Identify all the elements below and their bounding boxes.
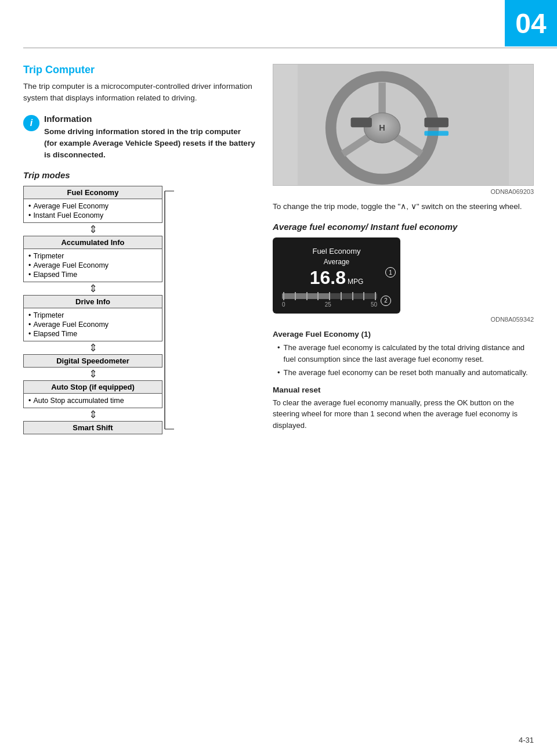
info-box: i Information Some driving information s… — [23, 114, 255, 161]
arrow-connector-3: ⇕ — [23, 341, 162, 354]
mode-box-fuel-economy-header: Fuel Economy — [24, 186, 162, 199]
image2-caption: ODN8A059342 — [273, 316, 534, 323]
trip-modes-title: Trip modes — [23, 170, 255, 180]
list-item: Auto Stop accumulated time — [28, 396, 157, 405]
right-bracket-svg — [164, 186, 176, 434]
section-description: The trip computer is a microcomputer-con… — [23, 81, 255, 105]
list-item: Elapsed Time — [28, 270, 157, 279]
fe-unit: MPG — [348, 278, 363, 286]
mode-box-smart-shift-header: Smart Shift — [24, 422, 162, 434]
mode-box-auto-stop-items: Auto Stop accumulated time — [24, 394, 162, 408]
fe-value: 16.8 — [310, 267, 346, 289]
list-item: Average Fuel Economy — [28, 261, 157, 270]
fe-value-row: 16.8 MPG 1 — [282, 267, 391, 289]
fuel-economy-display: Fuel Economy Average 16.8 MPG 1 — [273, 237, 400, 314]
fe-circle-2: 2 — [381, 296, 391, 306]
list-item: Instant Fuel Economy — [28, 211, 157, 220]
image1-caption: ODN8A069203 — [273, 188, 534, 195]
scale-min: 0 — [282, 301, 285, 308]
mode-box-auto-stop: Auto Stop (if equipped) Auto Stop accumu… — [23, 380, 162, 408]
manual-reset-title: Manual reset — [273, 386, 534, 394]
mode-box-drive-info: Drive Info Tripmeter Average Fuel Econom… — [23, 295, 162, 341]
mode-box-accumulated: Accumulated Info Tripmeter Average Fuel … — [23, 236, 162, 282]
fe-circle-1: 1 — [385, 267, 396, 278]
arrow-connector-5: ⇕ — [23, 408, 162, 421]
manual-reset-desc: To clear the average fuel economy manual… — [273, 397, 534, 431]
info-title: Information — [44, 114, 255, 124]
list-item: The average fuel economy can be reset bo… — [277, 367, 534, 379]
mode-box-smart-shift: Smart Shift — [23, 421, 162, 434]
svg-rect-10 — [424, 118, 449, 128]
scale-max: 50 — [371, 301, 377, 308]
info-text-block: Information Some driving information sto… — [44, 114, 255, 161]
arrow-connector-4: ⇕ — [23, 368, 162, 380]
list-item: Elapsed Time — [28, 329, 157, 339]
avg-fe-section-title: Average Fuel Economy (1) — [273, 330, 534, 339]
fe-scale-row: 0 25 50 — [282, 301, 377, 308]
main-content: Trip Computer The trip computer is a mic… — [0, 58, 557, 756]
arrow-connector-1: ⇕ — [23, 223, 162, 236]
svg-text:H: H — [379, 123, 385, 132]
fe-bar-row: 0 25 50 2 — [282, 293, 391, 308]
list-item: The average fuel economy is calculated b… — [277, 342, 534, 365]
avg-fe-bullet-list: The average fuel economy is calculated b… — [277, 342, 534, 379]
fe-label: Average — [282, 258, 391, 266]
page-number: 4-31 — [519, 736, 534, 744]
info-body: Some driving information stored in the t… — [44, 126, 255, 161]
list-item: Average Fuel Economy — [28, 320, 157, 329]
top-rule — [23, 48, 557, 48]
chapter-tab: 04 — [505, 0, 557, 46]
left-column: Trip Computer The trip computer is a mic… — [23, 58, 255, 756]
arrow-connector-2: ⇕ — [23, 282, 162, 295]
list-item: Tripmeter — [28, 251, 157, 261]
section-title: Trip Computer — [23, 64, 255, 76]
list-item: Average Fuel Economy — [28, 201, 157, 211]
mode-box-accumulated-header: Accumulated Info — [24, 236, 162, 249]
mode-box-digital-speedometer: Digital Speedometer — [23, 354, 162, 368]
trip-modes-wrapper: Fuel Economy Average Fuel Economy Instan… — [23, 186, 162, 434]
toggle-description: To change the trip mode, toggle the "∧, … — [273, 201, 534, 213]
mode-box-fuel-economy-items: Average Fuel Economy Instant Fuel Econom… — [24, 199, 162, 222]
scale-mid: 25 — [325, 301, 331, 308]
svg-rect-12 — [351, 118, 372, 128]
info-icon: i — [23, 115, 39, 131]
mode-box-drive-info-items: Tripmeter Average Fuel Economy Elapsed T… — [24, 308, 162, 341]
steering-wheel-svg: H — [273, 64, 533, 185]
mode-box-fuel-economy: Fuel Economy Average Fuel Economy Instan… — [23, 186, 162, 223]
mode-box-accumulated-items: Tripmeter Average Fuel Economy Elapsed T… — [24, 249, 162, 282]
mode-box-auto-stop-header: Auto Stop (if equipped) — [24, 381, 162, 394]
avg-fuel-title: Average fuel economy/ Instant fuel econo… — [273, 221, 534, 233]
chapter-number: 04 — [515, 8, 546, 39]
mode-box-drive-info-header: Drive Info — [24, 296, 162, 308]
fe-bar-inner: 0 25 50 — [282, 293, 377, 308]
mode-box-digital-speedometer-header: Digital Speedometer — [24, 355, 162, 367]
right-column: H ODN8A069203 To change the trip mode, t… — [273, 58, 534, 756]
fe-category: Fuel Economy — [282, 247, 391, 255]
modes-list: Fuel Economy Average Fuel Economy Instan… — [23, 186, 162, 434]
steering-wheel-image: H — [273, 64, 534, 186]
list-item: Tripmeter — [28, 311, 157, 320]
svg-rect-11 — [424, 131, 449, 135]
